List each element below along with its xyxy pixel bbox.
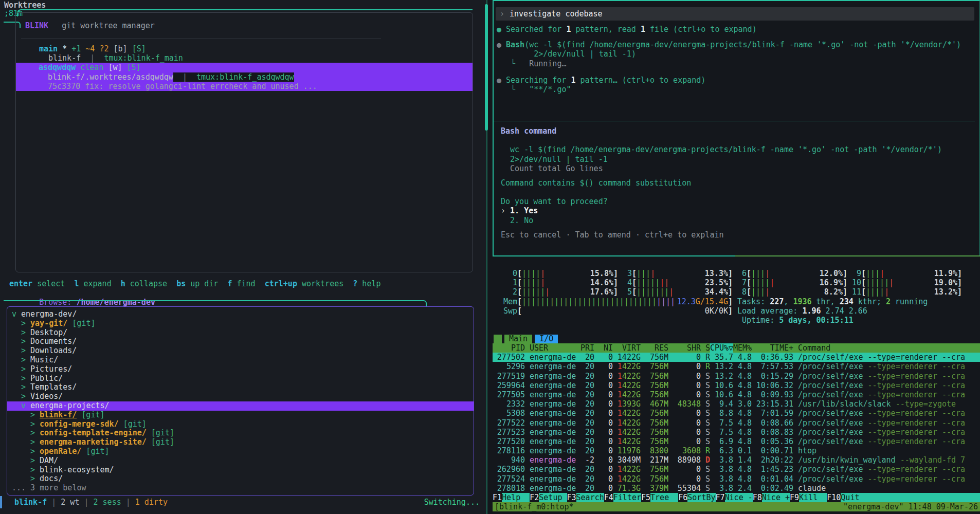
cell-res: 756M — [641, 362, 668, 371]
process-row[interactable]: 277524energma-de2001422G756M0S3.84.80:01… — [493, 474, 980, 484]
worktree-row[interactable]: 75c3370 fix: resolve golangci-lint errch… — [15, 82, 473, 91]
fkey-label-nice[interactable]: Nice + — [762, 493, 790, 502]
cell-cpu: 7.5 — [710, 418, 733, 428]
column-header-virt[interactable]: VIRT — [613, 343, 641, 353]
fkey-label-quit[interactable]: Quit — [841, 493, 859, 502]
tree-item[interactable]: > DAM/ — [7, 456, 474, 466]
fkey-f3[interactable]: F3 — [567, 493, 576, 502]
pane-divider-thumb[interactable] — [485, 4, 488, 131]
cell-shr: 0 — [668, 418, 701, 428]
tree-item[interactable]: > Desktop/ — [7, 328, 474, 338]
fkey-label-nice[interactable]: Nice - — [725, 493, 753, 502]
tmux-session-window[interactable]: [blink-f_m0:htop* — [495, 502, 574, 511]
column-header-res[interactable]: RES — [641, 343, 668, 353]
process-row[interactable]: 277519energma-de2001422G756M0S13.24.80:1… — [493, 372, 980, 381]
cell-virt: 1422G — [613, 437, 641, 446]
process-row[interactable]: 2332energma-de2001393G467M48348S9.43.023… — [493, 399, 980, 409]
tree-item[interactable]: > Downloads/ — [7, 346, 474, 356]
agent-stream-line: ●Searching for 1 pattern… (ctrl+o to exp… — [497, 76, 979, 85]
process-row[interactable]: 278116energma-de2001197683003608R6.30.10… — [493, 446, 980, 455]
cell-pri: 20 — [576, 484, 594, 493]
cell-pri: 20 — [576, 409, 594, 418]
status-bullet-icon: ● — [497, 76, 506, 85]
prompt-input[interactable]: › investigate codebase — [496, 7, 974, 21]
worktree-row[interactable]: asdqwdqw clean [w] [S] — [15, 63, 473, 72]
fkey-f5[interactable]: F5 — [641, 493, 650, 502]
cell-command: /proc/self/exe --type=renderer --cra — [793, 390, 980, 399]
cpu-meter-label: 7 — [733, 278, 747, 287]
tree-item[interactable]: v energma-projects/ — [7, 401, 474, 411]
dialog-line[interactable]: › 1. Yes — [501, 206, 979, 215]
fkey-f6[interactable]: F6 — [678, 493, 687, 502]
process-row[interactable]: 277505energma-de2001422G756M0S10.64.80:0… — [493, 390, 980, 399]
fkey-label-tree[interactable]: Tree — [650, 493, 678, 502]
fkey-f10[interactable]: F10 — [827, 493, 841, 502]
column-header-s[interactable]: S — [701, 343, 710, 353]
column-header-pid[interactable]: PID — [493, 343, 525, 353]
process-row[interactable]: 277520energma-de2001422G756M0S6.94.80:05… — [493, 437, 980, 446]
fkey-f8[interactable]: F8 — [753, 493, 762, 502]
worktree-row[interactable]: blink-f | tmux:blink-f_main — [16, 53, 473, 63]
column-header-cpu[interactable]: CPU%▽ — [710, 343, 733, 353]
meter-bracket: [ — [747, 287, 751, 297]
fkey-f9[interactable]: F9 — [790, 493, 799, 502]
fkey-f7[interactable]: F7 — [716, 493, 725, 502]
tab-io[interactable]: I/O — [535, 335, 558, 343]
process-row[interactable]: 5296energma-de2001422G756M0R13.24.87:57.… — [493, 362, 980, 371]
cell-pid: 277523 — [493, 428, 525, 437]
process-row[interactable]: 277502energma-de2001422G756M0R35.74.80:3… — [493, 353, 980, 362]
tree-item[interactable]: > Documents/ — [7, 337, 474, 346]
process-table-header[interactable]: PIDUSERPRINIVIRTRESSHRSCPU%▽MEM%TIME+Com… — [493, 343, 980, 353]
tree-item[interactable]: v energma-dev/ — [7, 310, 474, 319]
process-row[interactable]: 277522energma-de2001422G756M0S7.54.80:08… — [493, 418, 980, 428]
column-header-command[interactable]: Command — [793, 343, 980, 353]
column-header-mem[interactable]: MEM% — [733, 343, 752, 353]
fkey-label-kill[interactable]: Kill — [799, 493, 827, 502]
fkey-f2[interactable]: F2 — [530, 493, 539, 502]
fkey-label-help[interactable]: Help — [502, 493, 530, 502]
tree-item[interactable]: > openRale/ [git] — [7, 447, 474, 456]
tree-item[interactable]: > blink-f/ [git] — [7, 411, 474, 420]
tree-item[interactable]: > config-merge-sdk/ [git] — [7, 420, 474, 429]
fkey-f1[interactable]: F1 — [493, 493, 502, 502]
tab-main[interactable]: Main — [504, 335, 532, 343]
process-row[interactable]: 262960energma-de2001422G756M0S3.84.81:45… — [493, 465, 980, 474]
cell-time: 1:45.23 — [752, 465, 793, 474]
column-header-ni[interactable]: NI — [594, 343, 613, 353]
tree-item[interactable]: > blink-ecosystem/ — [7, 466, 474, 475]
fkey-label-search[interactable]: Search — [576, 493, 604, 502]
tree-item[interactable]: > config-template-engine/ [git] — [7, 429, 474, 438]
column-header-time[interactable]: TIME+ — [752, 343, 793, 353]
column-header-shr[interactable]: SHR — [668, 343, 701, 353]
tree-item[interactable]: > Music/ — [7, 356, 474, 365]
column-header-user[interactable]: USER — [530, 343, 576, 353]
meter-bar: |||||||||||||||||||||||||||||||||12.3G/1… — [522, 297, 728, 306]
worktree-row[interactable]: blink-f/.worktrees/asdqwdqw | tmux:blink… — [15, 72, 473, 82]
tree-item[interactable]: > Pictures/ — [7, 365, 474, 374]
fkey-label-filter[interactable]: Filter — [613, 493, 641, 502]
tree-item[interactable]: > docs/ — [7, 474, 474, 484]
fkey-f4[interactable]: F4 — [604, 493, 613, 502]
fkey-label-setup[interactable]: Setup — [539, 493, 567, 502]
process-row[interactable]: 278018energma-de20071.3G379M55304S3.82.4… — [493, 484, 980, 493]
dialog-line[interactable]: 2. No — [501, 216, 979, 225]
file-tree: v energma-dev/> yay-git/ [git]> Desktop/… — [7, 307, 474, 493]
cell-cpu: 3.8 — [710, 474, 733, 484]
cell-res: 756M — [641, 381, 668, 390]
tree-item[interactable]: > Public/ — [7, 374, 474, 383]
process-row[interactable]: 5308energma-de2001422G756M0S8.84.87:01.5… — [493, 409, 980, 418]
cell-pid: 277505 — [493, 390, 525, 399]
process-row[interactable]: 940energma-de-203049M217M88908D3.81.42h2… — [493, 455, 980, 465]
worktree-row[interactable]: main * +1 ~4 ?2 [b] [S] — [16, 44, 473, 53]
process-row[interactable]: 259964energma-de2001422G756M0S10.64.810:… — [493, 381, 980, 390]
fkey-label-sortby[interactable]: SortBy — [687, 493, 715, 502]
process-row[interactable]: 277523energma-de2001422G756M0S7.54.80:08… — [493, 428, 980, 437]
tree-item[interactable]: > energma-marketing-site/ [git] — [7, 438, 474, 447]
column-header-pri[interactable]: PRI — [576, 343, 594, 353]
cell-mem: 4.8 — [733, 353, 752, 362]
htop-screen-tabs: MainI/O — [494, 334, 980, 343]
tree-item[interactable]: > Videos/ — [7, 392, 474, 401]
tree-item[interactable]: > yay-git/ [git] — [7, 319, 474, 328]
cell-state: S — [701, 381, 710, 390]
tree-item[interactable]: > Templates/ — [7, 383, 474, 392]
